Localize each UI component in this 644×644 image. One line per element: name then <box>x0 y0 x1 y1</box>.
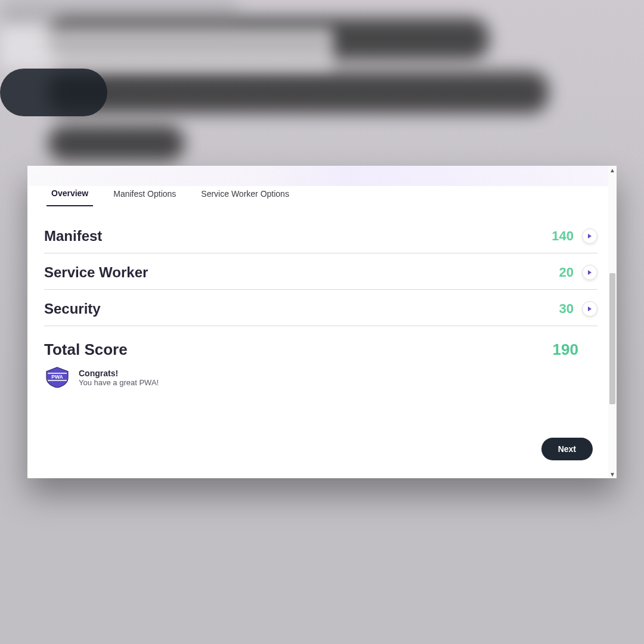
congrats-text: Congrats! You have a great PWA! <box>79 369 159 387</box>
row-label: Manifest <box>44 228 552 244</box>
svg-text:PWA: PWA <box>51 374 63 380</box>
row-service-worker: Service Worker 20 <box>44 253 597 290</box>
expand-button[interactable] <box>582 265 597 280</box>
panel-footer: Next <box>541 438 593 460</box>
caret-right-icon <box>587 270 592 275</box>
tab-service-worker-options[interactable]: Service Worker Options <box>196 185 294 206</box>
tab-overview[interactable]: Overview <box>47 185 93 206</box>
expand-button[interactable] <box>582 301 597 317</box>
row-security: Security 30 <box>44 290 597 326</box>
report-panel: Overview Manifest Options Service Worker… <box>27 166 617 478</box>
bg-headline-line <box>48 125 185 161</box>
bg-button <box>0 69 107 116</box>
row-label: Security <box>44 301 559 317</box>
scroll-down-icon[interactable]: ▼ <box>608 470 617 478</box>
row-manifest: Manifest 140 <box>44 217 597 253</box>
next-button[interactable]: Next <box>541 438 593 460</box>
congrats-title: Congrats! <box>79 369 159 378</box>
total-score: 190 <box>553 340 578 359</box>
bg-input-field <box>0 27 334 69</box>
row-label: Service Worker <box>44 264 559 281</box>
expand-button[interactable] <box>582 228 597 244</box>
row-score: 20 <box>559 265 574 280</box>
total-label: Total Score <box>44 340 553 359</box>
row-score: 30 <box>559 301 574 317</box>
bg-headline-line <box>48 72 549 113</box>
caret-right-icon <box>587 306 592 312</box>
caret-right-icon <box>587 233 592 239</box>
congrats-block: PWA Congrats! You have a great PWA! <box>44 364 597 389</box>
scrollbar[interactable]: ▲ ▼ <box>608 166 617 478</box>
scroll-thumb[interactable] <box>609 273 615 404</box>
bg-text-smudge <box>0 0 239 27</box>
congrats-subtitle: You have a great PWA! <box>79 378 159 387</box>
row-score: 140 <box>552 228 574 244</box>
pwa-badge-icon: PWA <box>44 366 70 389</box>
panel-content: Manifest 140 Service Worker 20 Security … <box>27 206 617 389</box>
tab-manifest-options[interactable]: Manifest Options <box>109 185 181 206</box>
row-total: Total Score 190 <box>44 326 597 364</box>
tab-bar: Overview Manifest Options Service Worker… <box>27 166 617 206</box>
